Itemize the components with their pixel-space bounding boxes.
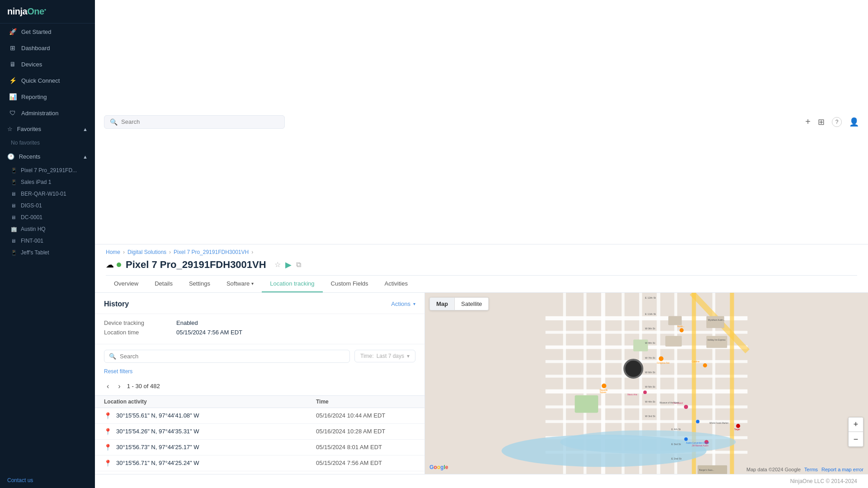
recent-digs-01-label: DIGS-01 [21, 202, 42, 209]
actions-button[interactable]: Actions ▾ [391, 300, 415, 307]
star-button[interactable]: ☆ [274, 260, 281, 269]
nav-reporting[interactable]: 📊 Reporting [0, 89, 95, 105]
map-data-text: Map data ©2024 Google [746, 467, 801, 472]
favorites-section[interactable]: ☆ Favorites ▲ [0, 121, 95, 137]
reset-filters-link[interactable]: Reset filters [95, 368, 425, 378]
recent-fint-001-icon: 🖥 [11, 238, 17, 244]
recent-dc-0001[interactable]: 🖥 DC-0001 [0, 211, 95, 223]
search-box[interactable]: 🔍 [104, 115, 285, 129]
history-search[interactable]: 🔍 [104, 350, 350, 363]
map-report-link[interactable]: Report a map error [821, 467, 863, 472]
recent-ber-qar-icon: 🖥 [11, 191, 17, 197]
recent-sales-ipad-label: Sales iPad 1 [21, 179, 51, 185]
nav-devices-label: Devices [21, 61, 42, 68]
svg-rect-59 [707, 336, 727, 347]
play-button[interactable]: ▶ [285, 260, 292, 270]
svg-text:W 9th St: W 9th St [645, 327, 656, 329]
location-row[interactable]: 📍 30°15'56.73" N, 97°44'25.17" W 05/15/2… [95, 440, 425, 455]
recent-jeffs-tablet-icon: 📱 [11, 250, 17, 256]
device-status-icon: ☁ [106, 260, 114, 270]
recent-pixel7[interactable]: 📱 Pixel 7 Pro_29191FD... [0, 164, 95, 176]
location-time: 05/15/2024 8:01 AM EDT [316, 444, 415, 450]
nav-dashboard[interactable]: ⊞ Dashboard [0, 40, 95, 56]
history-search-input[interactable] [120, 353, 345, 360]
recent-austin-hq[interactable]: 🏢 Austin HQ [0, 223, 95, 235]
svg-text:W 3rd St: W 3rd St [645, 415, 656, 418]
time-filter-value: Last 7 days [377, 353, 404, 359]
nav-dashboard-label: Dashboard [21, 45, 50, 52]
recent-jeffs-tablet[interactable]: 📱 Jeff's Tablet [0, 247, 95, 258]
location-row[interactable]: 📍 30°15'54.26" N, 97°44'35.31" W 05/16/2… [95, 424, 425, 440]
svg-point-42 [679, 328, 684, 332]
svg-point-22 [560, 430, 736, 454]
tab-software[interactable]: Software ▾ [218, 276, 262, 292]
page-info: 1 - 30 of 482 [127, 383, 160, 389]
tab-overview[interactable]: Overview [106, 276, 146, 292]
location-row[interactable]: 📍 30°15'55.61" N, 97°44'41.08" W 05/16/2… [95, 408, 425, 424]
map-terms-link[interactable]: Terms [804, 467, 818, 472]
nav-get-started[interactable]: 🚀 Get Started [0, 23, 95, 40]
search-input[interactable] [121, 118, 279, 125]
svg-rect-56 [669, 316, 682, 324]
history-panel: History Actions ▾ Device tracking Enable… [95, 293, 425, 474]
time-filter-button[interactable]: Time: Last 7 days ▾ [354, 350, 415, 362]
svg-text:Republic: Republic [599, 389, 608, 391]
copy-button[interactable]: ⧉ [296, 261, 301, 269]
nav-quick-connect[interactable]: ⚡ Quick Connect [0, 72, 95, 89]
favorites-label: ☆ Favorites [7, 126, 41, 132]
get-started-icon: 🚀 [9, 28, 17, 35]
svg-text:Banger's Saus...: Banger's Saus... [699, 469, 714, 471]
breadcrumb-digital-solutions[interactable]: Digital Solutions [127, 249, 166, 255]
device-title: Pixel 7 Pro_29191FDH3001VH [126, 259, 266, 271]
location-coords: 30°15'56.73" N, 97°44'25.17" W [116, 444, 316, 450]
help-button[interactable]: ? [832, 117, 842, 127]
pagination-row: ‹ › 1 - 30 of 482 [95, 378, 425, 395]
svg-text:Austin Convention Center: Austin Convention Center [686, 442, 709, 444]
recents-section[interactable]: 🕐 Recents ▲ [0, 149, 95, 164]
profile-button[interactable]: 👤 [849, 117, 859, 127]
breadcrumb-device[interactable]: Pixel 7 Pro_29191FDH3001VH [174, 249, 249, 255]
recent-digs-01[interactable]: 🖥 DIGS-01 [0, 200, 95, 211]
map-mode-satellite[interactable]: Satellite [455, 298, 488, 310]
location-row[interactable]: 📍 30°15'56.71" N, 97°44'25.24" W 05/15/2… [95, 455, 425, 471]
svg-text:W 7th St: W 7th St [645, 356, 656, 359]
svg-text:JW Marriott Austin: JW Marriott Austin [692, 444, 708, 446]
breadcrumb-home[interactable]: Home [106, 249, 120, 255]
no-favorites-text: No favorites [0, 137, 95, 149]
recent-fint-001-label: FINT-001 [21, 238, 43, 244]
next-page-button[interactable]: › [115, 381, 123, 392]
location-pin-icon: 📍 [104, 412, 112, 419]
svg-text:W 5th St: W 5th St [645, 385, 656, 388]
map-mode-map[interactable]: Map [430, 298, 455, 310]
recent-ber-qar[interactable]: 🖥 BER-QAR-W10-01 [0, 188, 95, 200]
breadcrumb-sep1: › [123, 249, 125, 255]
map-panel[interactable]: E 12th St E 11th St W 9th St W 8th St W … [425, 293, 868, 474]
nav-administration[interactable]: 🛡 Administration [0, 105, 95, 121]
prev-page-button[interactable]: ‹ [104, 381, 112, 392]
tab-activities[interactable]: Activities [377, 276, 416, 292]
tab-custom-fields[interactable]: Custom Fields [323, 276, 377, 292]
svg-text:W 4th St: W 4th St [645, 400, 656, 403]
tab-location-tracking[interactable]: Location tracking [262, 276, 322, 292]
add-button[interactable]: + [805, 117, 811, 127]
recent-sales-ipad[interactable]: 📱 Sales iPad 1 [0, 176, 95, 188]
zoom-out-button[interactable]: − [849, 432, 863, 446]
tab-details[interactable]: Details [146, 276, 181, 292]
col-activity-header: Location activity [104, 399, 316, 405]
recent-fint-001[interactable]: 🖥 FINT-001 [0, 235, 95, 247]
nav-devices[interactable]: 🖥 Devices [0, 56, 95, 72]
svg-text:Austin...: Austin... [677, 325, 684, 328]
device-title-row: ☁ Pixel 7 Pro_29191FDH3001VH ☆ ▶ ⧉ [106, 259, 857, 275]
svg-text:Target: Target [734, 428, 740, 431]
tab-settings[interactable]: Settings [181, 276, 218, 292]
location-time: 05/16/2024 10:28 AM EDT [316, 428, 415, 435]
grid-view-button[interactable]: ⊞ [818, 117, 825, 127]
svg-rect-2 [546, 331, 748, 333]
contact-link[interactable]: Contact us [7, 477, 33, 483]
filter-row: 🔍 Time: Last 7 days ▾ [95, 344, 425, 368]
breadcrumb-sep2: › [169, 249, 171, 255]
sidebar: ninjaOne● 🚀 Get Started ⊞ Dashboard 🖥 De… [0, 0, 95, 488]
svg-text:Congress Ave: Congress Ave [657, 361, 670, 364]
zoom-in-button[interactable]: + [849, 418, 863, 432]
info-rows: Device tracking Enabled Location time 05… [95, 314, 425, 344]
